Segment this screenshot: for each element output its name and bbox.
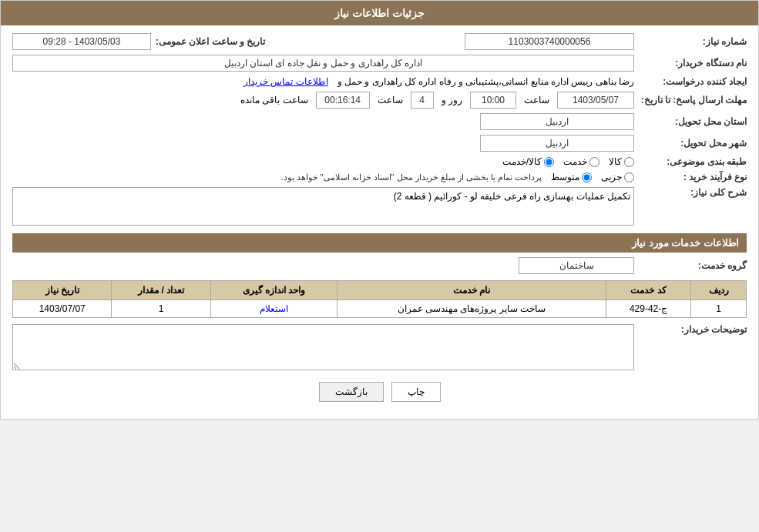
category-label: طبقه بندی موضوعی: [639, 156, 747, 167]
need-description-row: شرح کلی نیاز: تکمیل عملیات بهسازی راه فر… [12, 187, 747, 226]
announcement-date-value: 1403/05/03 - 09:28 [12, 33, 151, 50]
process-mutavasset-label: متوسط [551, 172, 579, 182]
buyer-desc-row: توضیحات خریدار: [12, 324, 747, 373]
requester-link[interactable]: اطلاعات تماس خریدار [243, 76, 328, 87]
response-deadline-label: مهلت ارسال پاسخ: تا تاریخ: [639, 95, 747, 105]
process-mutavasset-radio[interactable] [582, 172, 592, 182]
announcement-datetime-label: تاریخ و ساعت اعلان عمومی: [156, 36, 265, 47]
buyer-org-value: اداره کل راهداری و حمل و نقل جاده ای است… [12, 55, 634, 72]
need-number-row: شماره نیاز: 1103003740000056 تاریخ و ساع… [12, 33, 747, 50]
category-row: طبقه بندی موضوعی: کالا خدمت کالا/خدمت [12, 156, 747, 167]
buyer-desc-textarea[interactable] [12, 324, 634, 370]
col-quantity: تعداد / مقدار [112, 281, 210, 300]
process-note: پرداخت تمام یا بخشی از مبلغ خریداز محل "… [280, 172, 542, 182]
category-kala-radio[interactable] [624, 157, 634, 167]
process-radio-group: جزیی متوسط پرداخت تمام یا بخشی از مبلغ خ… [280, 172, 634, 182]
city-row: شهر محل تحویل: اردبیل [12, 135, 747, 152]
category-kala-label: کالا [609, 156, 622, 167]
need-description-box: تکمیل عملیات بهسازی راه فرعی خلیفه لو - … [12, 187, 634, 226]
city-value: اردبیل [480, 135, 634, 152]
need-description-label: شرح کلی نیاز: [639, 187, 747, 198]
buyer-desc-label: توضیحات خریدار: [639, 324, 747, 335]
services-section-label: اطلاعات خدمات مورد نیاز [632, 237, 739, 249]
buyer-desc-container [12, 324, 634, 373]
group-service-value: ساختمان [519, 257, 634, 274]
remaining-time-value: 00:16:14 [316, 92, 370, 109]
province-value: اردبیل [480, 113, 634, 130]
col-service-code: کد خدمت [606, 281, 691, 300]
category-khedmat-item: خدمت [563, 156, 599, 167]
requester-row: ایجاد کننده درخواست: رضا بناهی رییس ادار… [12, 76, 747, 87]
content-area: شماره نیاز: 1103003740000056 تاریخ و ساع… [1, 25, 758, 419]
col-date: تاریخ نیاز [13, 281, 112, 300]
buyer-org-row: نام دستگاه خریدار: اداره کل راهداری و حم… [12, 55, 747, 72]
col-unit: واحد اندازه گیری [210, 281, 337, 300]
category-khedmat-label: خدمت [563, 156, 587, 167]
category-kala-khedmat-radio[interactable] [544, 157, 554, 167]
response-deadline-row: مهلت ارسال پاسخ: تا تاریخ: 1403/05/07 سا… [12, 92, 747, 109]
need-description-value: تکمیل عملیات بهسازی راه فرعی خلیفه لو - … [12, 187, 634, 226]
remaining-label: ساعت باقی مانده [237, 95, 311, 105]
page-wrapper: جزئیات اطلاعات نیاز شماره نیاز: 11030037… [0, 0, 759, 420]
cell-date: 1403/07/07 [13, 300, 112, 318]
cell-unit: استعلام [210, 300, 337, 318]
category-kala-khedmat-item: کالا/خدمت [502, 156, 554, 167]
process-mutavasset-item: متوسط [551, 172, 592, 182]
response-date-value: 1403/05/07 [557, 92, 634, 109]
page-header: جزئیات اطلاعات نیاز [1, 1, 758, 25]
cell-service-name: ساخت سایر پروژه‌های مهندسی عمران [338, 300, 606, 318]
group-service-label: گروه خدمت: [639, 260, 747, 271]
process-jozvi-label: جزیی [601, 172, 622, 182]
category-khedmat-radio[interactable] [589, 157, 599, 167]
process-jozvi-radio[interactable] [624, 172, 634, 182]
need-number-label: شماره نیاز: [639, 36, 747, 47]
days-label: روز و [438, 95, 465, 105]
requester-label: ایجاد کننده درخواست: [639, 76, 747, 87]
button-row: چاپ بازگشت [12, 382, 747, 402]
category-kala-khedmat-label: کالا/خدمت [502, 156, 542, 167]
services-section-header: اطلاعات خدمات مورد نیاز [12, 233, 747, 253]
category-kala-item: کالا [609, 156, 634, 167]
province-row: استان محل تحویل: اردبیل [12, 113, 747, 130]
need-number-value: 1103003740000056 [465, 33, 634, 50]
city-label: شهر محل تحویل: [639, 138, 747, 149]
process-jozvi-item: جزیی [601, 172, 634, 182]
cell-service-code: ج-42-429 [606, 300, 691, 318]
remaining-time-label: ساعت [374, 95, 406, 105]
response-days-value: 4 [411, 92, 434, 109]
table-row: 1 ج-42-429 ساخت سایر پروژه‌های مهندسی عم… [13, 300, 747, 318]
back-button[interactable]: بازگشت [319, 382, 384, 402]
process-label: نوع فرآیند خرید : [639, 172, 747, 182]
time-label: ساعت [521, 95, 552, 105]
print-button[interactable]: چاپ [391, 382, 441, 402]
services-table: ردیف کد خدمت نام خدمت واحد اندازه گیری ت… [12, 280, 747, 318]
process-row: نوع فرآیند خرید : جزیی متوسط پرداخت تمام… [12, 172, 747, 182]
province-label: استان محل تحویل: [639, 116, 747, 127]
cell-row-num: 1 [691, 300, 747, 318]
col-service-name: نام خدمت [338, 281, 606, 300]
services-table-section: ردیف کد خدمت نام خدمت واحد اندازه گیری ت… [12, 280, 747, 318]
category-radio-group: کالا خدمت کالا/خدمت [502, 156, 634, 167]
requester-value: رضا بناهی رییس اداره منابع انسانی،پشتیبا… [338, 76, 634, 87]
group-service-row: گروه خدمت: ساختمان [12, 257, 747, 274]
page-title: جزئیات اطلاعات نیاز [334, 7, 425, 19]
cell-quantity: 1 [112, 300, 210, 318]
col-row-num: ردیف [691, 281, 747, 300]
buyer-org-label: نام دستگاه خریدار: [639, 58, 747, 69]
table-header-row: ردیف کد خدمت نام خدمت واحد اندازه گیری ت… [13, 281, 747, 300]
response-time-value: 10:00 [470, 92, 516, 109]
